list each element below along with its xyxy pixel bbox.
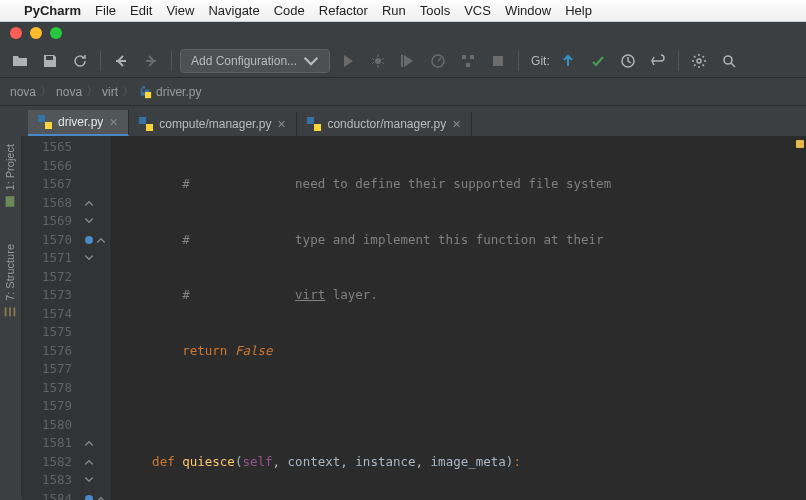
structure-icon xyxy=(3,305,17,319)
forward-icon[interactable] xyxy=(139,49,163,73)
menu-code[interactable]: Code xyxy=(274,3,305,18)
python-file-icon xyxy=(307,117,321,131)
gutter-marks xyxy=(80,136,110,500)
concurrency-icon[interactable] xyxy=(456,49,480,73)
tool-project[interactable]: 1: Project xyxy=(0,136,20,216)
svg-rect-3 xyxy=(462,55,466,59)
debug-icon[interactable] xyxy=(366,49,390,73)
menu-tools[interactable]: Tools xyxy=(420,3,450,18)
python-file-icon xyxy=(38,115,52,129)
chevron-right-icon: 〉 xyxy=(122,83,134,100)
svg-rect-6 xyxy=(493,56,503,66)
fold-handle-icon xyxy=(84,475,94,485)
editor-tabs: driver.py ✕ compute/manager.py ✕ conduct… xyxy=(0,106,806,136)
left-tool-window-bar: 1: Project 7: Structure xyxy=(0,136,22,496)
menu-window[interactable]: Window xyxy=(505,3,551,18)
svg-rect-4 xyxy=(470,55,474,59)
menu-file[interactable]: File xyxy=(95,3,116,18)
code-area[interactable]: # need to define their supported file sy… xyxy=(110,136,806,500)
svg-point-18 xyxy=(85,236,93,244)
fold-handle-icon xyxy=(84,216,94,226)
tab-compute-manager[interactable]: compute/manager.py ✕ xyxy=(129,112,297,136)
vcs-revert-icon[interactable] xyxy=(646,49,670,73)
vcs-update-icon[interactable] xyxy=(556,49,580,73)
svg-point-0 xyxy=(375,58,381,64)
zoom-window-icon[interactable] xyxy=(50,27,62,39)
tab-label: driver.py xyxy=(58,115,103,129)
svg-rect-1 xyxy=(401,55,403,67)
main-toolbar: Add Configuration... Git: xyxy=(0,44,806,78)
svg-point-19 xyxy=(85,495,93,500)
vcs-history-icon[interactable] xyxy=(616,49,640,73)
svg-rect-14 xyxy=(146,124,153,131)
menu-view[interactable]: View xyxy=(166,3,194,18)
svg-rect-13 xyxy=(139,117,146,124)
override-gutter-icon xyxy=(84,494,94,500)
svg-rect-5 xyxy=(466,63,470,67)
python-file-icon xyxy=(139,117,153,131)
fold-handle-icon xyxy=(84,457,94,467)
svg-point-9 xyxy=(724,56,732,64)
svg-rect-11 xyxy=(38,115,45,122)
profile-icon[interactable] xyxy=(426,49,450,73)
save-icon[interactable] xyxy=(38,49,62,73)
run-configuration-dropdown[interactable]: Add Configuration... xyxy=(180,49,330,73)
tab-conductor-manager[interactable]: conductor/manager.py ✕ xyxy=(297,112,472,136)
breadcrumb-seg-1[interactable]: nova xyxy=(56,85,82,99)
close-icon[interactable]: ✕ xyxy=(277,118,286,131)
close-icon[interactable]: ✕ xyxy=(452,118,461,131)
close-window-icon[interactable] xyxy=(10,27,22,39)
chevron-right-icon: 〉 xyxy=(86,83,98,100)
svg-rect-17 xyxy=(6,196,15,207)
menu-vcs[interactable]: VCS xyxy=(464,3,491,18)
tab-label: compute/manager.py xyxy=(159,117,271,131)
inspection-warning-marker[interactable] xyxy=(796,140,804,148)
vcs-commit-icon[interactable] xyxy=(586,49,610,73)
svg-point-8 xyxy=(697,59,701,63)
fold-handle-icon xyxy=(84,198,94,208)
menu-help[interactable]: Help xyxy=(565,3,592,18)
breadcrumb-seg-0[interactable]: nova xyxy=(10,85,36,99)
menu-refactor[interactable]: Refactor xyxy=(319,3,368,18)
minimize-window-icon[interactable] xyxy=(30,27,42,39)
override-gutter-icon xyxy=(84,235,94,245)
project-icon xyxy=(3,194,17,208)
fold-handle-icon xyxy=(84,438,94,448)
search-icon[interactable] xyxy=(717,49,741,73)
svg-rect-10 xyxy=(145,92,151,98)
run-icon[interactable] xyxy=(336,49,360,73)
tab-label: conductor/manager.py xyxy=(327,117,446,131)
menu-run[interactable]: Run xyxy=(382,3,406,18)
fold-handle-icon xyxy=(84,253,94,263)
settings-icon[interactable] xyxy=(687,49,711,73)
open-icon[interactable] xyxy=(8,49,32,73)
stop-icon[interactable] xyxy=(486,49,510,73)
app-name[interactable]: PyCharm xyxy=(24,3,81,18)
breadcrumb: nova 〉 nova 〉 virt 〉 driver.py xyxy=(0,78,806,106)
svg-rect-15 xyxy=(307,117,314,124)
line-number-gutter: 1565156615671568156915701571157215731574… xyxy=(22,136,80,500)
python-file-icon xyxy=(138,85,152,99)
svg-rect-12 xyxy=(45,122,52,129)
chevron-right-icon: 〉 xyxy=(40,83,52,100)
close-icon[interactable]: ✕ xyxy=(109,116,118,129)
window-titlebar xyxy=(0,22,806,44)
breadcrumb-file[interactable]: driver.py xyxy=(156,85,201,99)
tool-structure[interactable]: 7: Structure xyxy=(0,236,20,327)
chevron-down-icon xyxy=(303,53,319,69)
mac-menubar: PyCharm File Edit View Navigate Code Ref… xyxy=(0,0,806,22)
menu-edit[interactable]: Edit xyxy=(130,3,152,18)
code-editor[interactable]: 1565156615671568156915701571157215731574… xyxy=(22,136,806,500)
refresh-icon[interactable] xyxy=(68,49,92,73)
coverage-icon[interactable] xyxy=(396,49,420,73)
git-label: Git: xyxy=(531,54,550,68)
breadcrumb-seg-2[interactable]: virt xyxy=(102,85,118,99)
back-icon[interactable] xyxy=(109,49,133,73)
run-config-label: Add Configuration... xyxy=(191,54,297,68)
menu-navigate[interactable]: Navigate xyxy=(208,3,259,18)
tab-driver[interactable]: driver.py ✕ xyxy=(28,110,129,136)
svg-rect-16 xyxy=(314,124,321,131)
